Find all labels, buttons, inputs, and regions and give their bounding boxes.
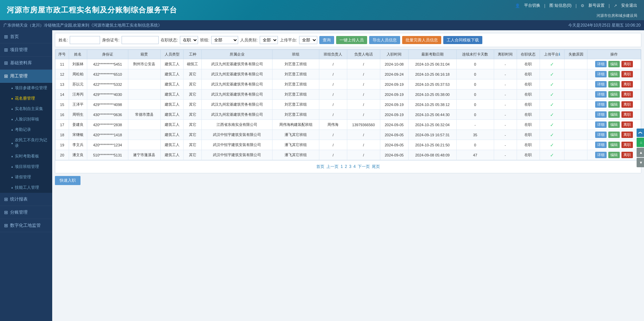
edit-button[interactable]: 编辑 bbox=[608, 61, 620, 67]
edit-button[interactable]: 编辑 bbox=[608, 81, 620, 87]
table-row: 13 苏以元 422**********5332 建筑工人 其它 武汉九州宏基建… bbox=[56, 79, 641, 90]
upload-button[interactable]: 一键上传人员 bbox=[336, 36, 367, 44]
name-input[interactable] bbox=[70, 36, 100, 44]
settings-link[interactable]: 新号设置 bbox=[588, 3, 605, 8]
sidebar-item-project[interactable]: ⊞ 项目管理 bbox=[0, 43, 52, 57]
group-select[interactable]: 全部 bbox=[211, 36, 238, 44]
resign-button[interactable]: 离职 bbox=[621, 132, 633, 138]
platform-select[interactable]: 全部 bbox=[299, 36, 317, 44]
cell-join: 2024-09-19 bbox=[380, 100, 408, 110]
sidebar-sub-request[interactable]: 请假管理 bbox=[8, 172, 52, 182]
pagination-link[interactable]: 上一页 bbox=[326, 164, 339, 169]
cell-leader: / bbox=[319, 130, 347, 140]
download-button[interactable]: 工人合同模板下载 bbox=[443, 36, 482, 44]
pagination-link[interactable]: 2 bbox=[345, 164, 347, 169]
cell-join: 2024-09-05 bbox=[380, 120, 408, 130]
detail-button[interactable]: 详细 bbox=[595, 61, 607, 67]
detail-button[interactable]: 详细 bbox=[595, 132, 607, 138]
logout-link[interactable]: 安全退出 bbox=[621, 3, 637, 8]
detail-button[interactable]: 详细 bbox=[595, 121, 607, 128]
sidebar-item-home[interactable]: ⊞ 首页 bbox=[0, 30, 52, 43]
sidebar-sub-attendance[interactable]: 考勤记录 bbox=[8, 124, 52, 135]
cell-resign-time: - bbox=[494, 140, 517, 150]
cell-fail bbox=[565, 140, 587, 150]
resign-button[interactable]: 离职 bbox=[621, 121, 633, 128]
col-group: 班组 bbox=[272, 50, 319, 59]
edit-button[interactable]: 编辑 bbox=[608, 152, 620, 158]
resign-button[interactable]: 离职 bbox=[621, 101, 633, 108]
cell-leader: / bbox=[319, 100, 347, 110]
quick-join-button[interactable]: 快速入职 bbox=[55, 176, 80, 185]
message-link[interactable]: 图 短信息(0) bbox=[549, 3, 572, 8]
sidebar-item-basic[interactable]: ⊞ 基础资料库 bbox=[0, 57, 52, 70]
detail-button[interactable]: 详细 bbox=[595, 142, 607, 148]
cell-group: 周伟海构建装配班组 bbox=[272, 120, 319, 130]
sidebar-sub-skill[interactable]: 技能工人管理 bbox=[8, 182, 52, 193]
cell-platform: ✓ bbox=[540, 110, 564, 120]
pagination-link[interactable]: 3 bbox=[349, 164, 352, 169]
edit-button[interactable]: 编辑 bbox=[608, 111, 620, 118]
sub-face-label: 人脸识别审核 bbox=[15, 116, 39, 122]
search-button[interactable]: 查询 bbox=[319, 36, 334, 44]
sidebar-sub-group[interactable]: 项目班组管理 bbox=[8, 162, 52, 172]
col-type: 人员类型 bbox=[161, 50, 184, 59]
resign-button[interactable]: 离职 bbox=[621, 91, 633, 98]
sidebar-item-account[interactable]: ⊞ 分账管理 bbox=[0, 206, 52, 219]
edit-button[interactable]: 编辑 bbox=[608, 101, 620, 108]
expand-panel-btn[interactable]: ❮ bbox=[637, 129, 644, 137]
detail-button[interactable]: 详细 bbox=[595, 101, 607, 108]
cell-resign-time: - bbox=[494, 110, 517, 120]
home-panel-btn[interactable]: ⌂ bbox=[637, 138, 644, 147]
resign-button[interactable]: 离职 bbox=[621, 142, 633, 148]
resign-button[interactable]: 离职 bbox=[621, 111, 633, 118]
platform-label: 上传平台: bbox=[280, 37, 297, 43]
pagination-link[interactable]: 4 bbox=[353, 164, 356, 169]
sidebar-item-stats[interactable]: ⊞ 统计报表 bbox=[0, 193, 52, 206]
pagination-link[interactable]: 1 bbox=[341, 164, 343, 169]
up-panel-btn[interactable]: ▲ bbox=[637, 148, 644, 157]
status-label: 在职状态: bbox=[161, 37, 178, 43]
cell-action: 详细 编辑 离职 bbox=[587, 110, 641, 120]
detail-button[interactable]: 详细 bbox=[595, 111, 607, 118]
cell-phone: / bbox=[347, 100, 380, 110]
pagination-link[interactable]: 尾页 bbox=[372, 164, 380, 169]
detail-button[interactable]: 详细 bbox=[595, 91, 607, 98]
sidebar-sub-unit[interactable]: 项目参建单位管理 bbox=[8, 83, 52, 93]
id-input[interactable] bbox=[122, 36, 159, 44]
person-type-select[interactable]: 全部 bbox=[260, 36, 278, 44]
edit-button[interactable]: 编辑 bbox=[608, 71, 620, 77]
cell-group: 刘艺普工班组 bbox=[272, 100, 319, 110]
pagination-link[interactable]: 下一页 bbox=[358, 164, 370, 169]
sidebar-sub-face[interactable]: 人脸识别审核 bbox=[8, 114, 52, 124]
sidebar-sub-realtime[interactable]: 实时考勤看板 bbox=[8, 151, 52, 162]
edit-button[interactable]: 编辑 bbox=[608, 121, 620, 128]
resign-button[interactable]: 离职 bbox=[621, 71, 633, 77]
stats-icon: ⊞ bbox=[4, 197, 8, 202]
edit-button[interactable]: 编辑 bbox=[608, 132, 620, 138]
down-panel-btn[interactable]: ▼ bbox=[637, 158, 644, 167]
detail-button[interactable]: 详细 bbox=[595, 81, 607, 87]
detail-button[interactable]: 详细 bbox=[595, 71, 607, 77]
sidebar-item-worker[interactable]: ⊞ 用工管理 bbox=[0, 70, 52, 83]
edit-button[interactable]: 编辑 bbox=[608, 91, 620, 98]
edit-button[interactable]: 编辑 bbox=[608, 142, 620, 148]
cell-id: 430**********0636 bbox=[87, 110, 128, 120]
cell-seq: 11 bbox=[56, 59, 69, 69]
resign-button[interactable]: 离职 bbox=[621, 152, 633, 158]
cell-last-att: 2024-09-19 16:57:31 bbox=[408, 130, 456, 140]
sidebar-item-digital[interactable]: ⊞ 数字化工地监管 bbox=[0, 219, 52, 232]
detail-button[interactable]: 详细 bbox=[595, 152, 607, 158]
sidebar-sub-self[interactable]: 实名制自主采集 bbox=[8, 104, 52, 114]
pagination-link[interactable]: 首页 bbox=[316, 164, 324, 169]
status-select[interactable]: 在职 离职 全部 bbox=[180, 36, 198, 44]
cell-join: 2024-09-19 bbox=[380, 110, 408, 120]
resign-button[interactable]: 离职 bbox=[621, 61, 633, 67]
sidebar-sub-farmer[interactable]: 农民工不良行为记录 bbox=[8, 135, 52, 151]
sidebar-sub-roster[interactable]: 花名册管理 bbox=[8, 93, 52, 104]
cell-no-card: 0 bbox=[456, 110, 494, 120]
complete-button[interactable]: 批量完善人员信息 bbox=[402, 36, 441, 44]
import-button[interactable]: 导出人员信息 bbox=[369, 36, 400, 44]
resign-button[interactable]: 离职 bbox=[621, 81, 633, 87]
cell-origin: 荆州市公安县 bbox=[128, 59, 161, 69]
platform-switch-link[interactable]: 平台切换 bbox=[524, 3, 540, 8]
